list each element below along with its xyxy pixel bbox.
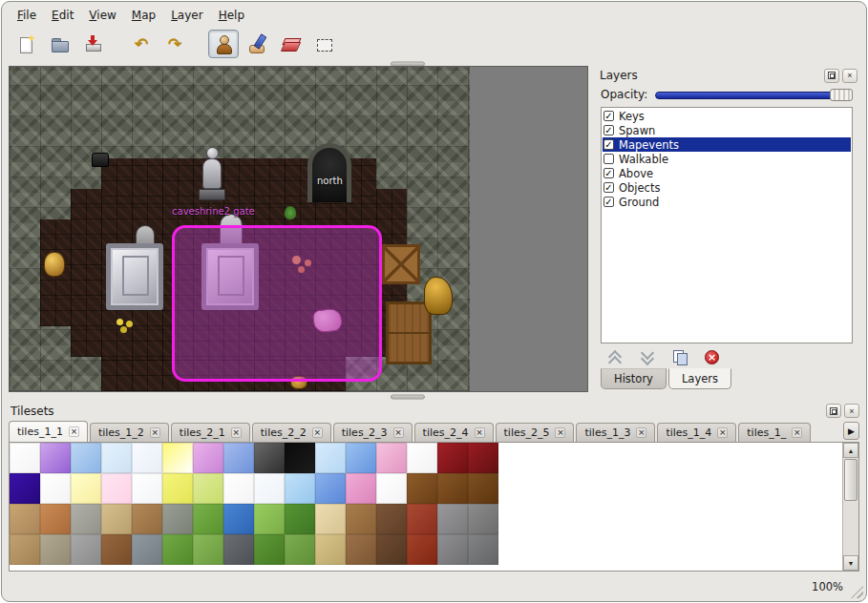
tileset-tile[interactable]: [193, 504, 223, 534]
tileset-tile[interactable]: [254, 534, 285, 565]
scroll-down-button[interactable]: ▼: [843, 555, 858, 571]
raise-layer-icon[interactable]: [607, 350, 623, 364]
layer-visible-checkbox[interactable]: ✓: [603, 139, 614, 150]
tileset-tile[interactable]: [162, 473, 193, 504]
tileset-tile[interactable]: [162, 443, 193, 473]
tileset-scrollbar[interactable]: ▲ ▼: [842, 443, 858, 571]
tileset-tile[interactable]: [71, 534, 101, 565]
tab-close-icon[interactable]: ×: [555, 427, 565, 438]
lower-layer-icon[interactable]: [640, 350, 655, 364]
tileset-tab-tiles_2_2[interactable]: tiles_2_2×: [252, 423, 331, 442]
tileset-tile[interactable]: [285, 534, 315, 565]
tileset-tile[interactable]: [132, 473, 162, 504]
tileset-tile[interactable]: [346, 443, 376, 473]
tileset-tile[interactable]: [407, 534, 437, 565]
undo-button[interactable]: ↶: [126, 30, 157, 58]
tileset-tile[interactable]: [223, 504, 254, 534]
layer-row-walkable[interactable]: Walkable: [603, 152, 851, 166]
tab-close-icon[interactable]: ×: [312, 427, 323, 438]
menu-map[interactable]: Map: [124, 6, 163, 25]
tileset-tile[interactable]: [437, 473, 468, 504]
tileset-tile[interactable]: [40, 534, 71, 565]
tileset-tab-tiles_1_2[interactable]: tiles_1_2×: [90, 423, 169, 442]
tileset-tile[interactable]: [254, 443, 285, 473]
tileset-tile[interactable]: [407, 443, 437, 473]
layer-row-ground[interactable]: ✓Ground: [603, 195, 851, 209]
tileset-tab-tiles_2_3[interactable]: tiles_2_3×: [333, 423, 413, 442]
selection-rectangle[interactable]: [172, 225, 382, 382]
tab-close-icon[interactable]: ×: [393, 427, 404, 438]
tileset-tile[interactable]: [71, 504, 101, 534]
close-panel-button[interactable]: ×: [842, 69, 857, 83]
tab-scroll-right-button[interactable]: ▶: [843, 422, 859, 440]
tileset-tile[interactable]: [407, 504, 437, 534]
menu-layer[interactable]: Layer: [163, 6, 210, 25]
tab-close-icon[interactable]: ×: [636, 427, 646, 438]
tileset-tile[interactable]: [132, 504, 162, 534]
tileset-tile[interactable]: [40, 504, 71, 534]
tab-close-icon[interactable]: ×: [69, 426, 79, 437]
layer-row-objects[interactable]: ✓Objects: [603, 180, 851, 195]
tileset-tile[interactable]: [315, 443, 346, 473]
scroll-up-button[interactable]: ▲: [843, 443, 858, 458]
tileset-tile[interactable]: [376, 504, 407, 534]
tileset-tile[interactable]: [285, 504, 315, 534]
tileset-tile[interactable]: [40, 473, 71, 504]
tilesets-splitter[interactable]: [2, 392, 866, 402]
tileset-tile[interactable]: [285, 443, 315, 473]
layer-visible-checkbox[interactable]: ✓: [603, 182, 614, 193]
tileset-tile[interactable]: [193, 534, 223, 565]
duplicate-layer-icon[interactable]: [672, 350, 688, 364]
layer-row-keys[interactable]: ✓Keys: [603, 109, 851, 123]
tileset-tile[interactable]: [71, 473, 101, 504]
brush-tool-button[interactable]: [242, 30, 272, 58]
tileset-tile[interactable]: [101, 443, 132, 473]
tileset-tab-tiles_1_4[interactable]: tiles_1_4×: [657, 423, 736, 442]
redo-button[interactable]: ↷: [159, 30, 190, 58]
tileset-tile[interactable]: [346, 504, 376, 534]
tileset-grid[interactable]: [10, 443, 498, 571]
tileset-tile[interactable]: [40, 443, 71, 473]
tileset-tile[interactable]: [315, 534, 346, 565]
tab-layers[interactable]: Layers: [668, 368, 731, 389]
tileset-tile[interactable]: [223, 473, 254, 504]
tileset-tile[interactable]: [468, 534, 498, 565]
layer-row-mapevents[interactable]: ✓Mapevents: [603, 137, 851, 152]
tileset-tab-tiles_1_[interactable]: tiles_1_×: [738, 423, 811, 442]
tileset-tile[interactable]: [101, 504, 132, 534]
tileset-tab-tiles_2_1[interactable]: tiles_2_1×: [171, 423, 250, 442]
scrollbar-thumb[interactable]: [844, 459, 857, 501]
tileset-tile[interactable]: [223, 443, 254, 473]
layer-visible-checkbox[interactable]: ✓: [603, 111, 614, 121]
resize-grip[interactable]: [851, 586, 863, 598]
tileset-tab-tiles_1_3[interactable]: tiles_1_3×: [576, 423, 655, 442]
layer-visible-checkbox[interactable]: [603, 154, 614, 164]
menu-view[interactable]: View: [81, 6, 123, 25]
tab-close-icon[interactable]: ×: [150, 427, 160, 438]
tileset-tile[interactable]: [346, 534, 376, 565]
tileset-tile[interactable]: [162, 534, 193, 565]
tileset-tile[interactable]: [10, 473, 40, 504]
tileset-tab-tiles_2_4[interactable]: tiles_2_4×: [414, 423, 494, 442]
tileset-tile[interactable]: [223, 534, 254, 565]
layer-row-spawn[interactable]: ✓Spawn: [603, 123, 851, 137]
tileset-tile[interactable]: [407, 473, 437, 504]
tileset-tile[interactable]: [468, 473, 498, 504]
tileset-tab-tiles_1_1[interactable]: tiles_1_1×: [9, 421, 88, 442]
float-panel-button[interactable]: [824, 69, 839, 83]
layer-row-above[interactable]: ✓Above: [603, 166, 851, 180]
map-canvas[interactable]: caveshrine2 gate north: [9, 66, 588, 392]
tab-close-icon[interactable]: ×: [231, 427, 242, 438]
tileset-tile[interactable]: [437, 534, 468, 565]
layer-visible-checkbox[interactable]: ✓: [603, 125, 614, 135]
tileset-tile[interactable]: [468, 443, 498, 473]
tileset-tile[interactable]: [254, 504, 285, 534]
tileset-tile[interactable]: [285, 473, 315, 504]
tileset-tile[interactable]: [315, 473, 346, 504]
menu-file[interactable]: File: [10, 6, 44, 25]
float-panel-button[interactable]: [826, 404, 841, 418]
menu-help[interactable]: Help: [211, 6, 252, 25]
tab-close-icon[interactable]: ×: [475, 427, 485, 438]
tileset-tile[interactable]: [376, 443, 407, 473]
tileset-tile[interactable]: [10, 534, 40, 565]
